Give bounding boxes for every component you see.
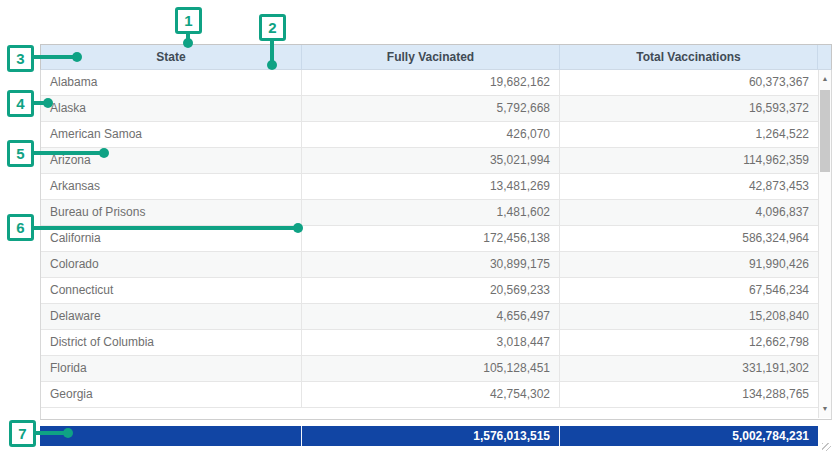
scrollbar-thumb[interactable]: [820, 90, 830, 172]
fully-vaccinated-cell: 426,070: [302, 122, 560, 148]
state-cell: Colorado: [41, 252, 302, 278]
fully-vaccinated-cell: 19,682,162: [302, 70, 560, 96]
total-vaccinations-cell: 4,096,837: [560, 200, 818, 226]
totals-fully-vaccinated-cell: 1,576,013,515: [302, 426, 560, 446]
callout-number-badge: 4: [7, 90, 34, 117]
state-cell: Alaska: [41, 96, 302, 122]
callout-number-badge: 1: [175, 7, 202, 34]
table-row[interactable]: Florida 105,128,451 331,191,302: [41, 356, 818, 382]
state-cell: American Samoa: [41, 122, 302, 148]
table-row[interactable]: Alabama 19,682,162 60,373,367: [41, 70, 818, 96]
table-row[interactable]: Bureau of Prisons 1,481,602 4,096,837: [41, 200, 818, 226]
fully-vaccinated-cell: 3,018,447: [302, 330, 560, 356]
total-vaccinations-cell: 42,873,453: [560, 174, 818, 200]
table-row[interactable]: Alaska 5,792,668 16,593,372: [41, 96, 818, 122]
callout-dot: [99, 148, 109, 158]
table-row[interactable]: Arizona 35,021,994 114,962,359: [41, 148, 818, 174]
table-row[interactable]: District of Columbia 3,018,447 12,662,79…: [41, 330, 818, 356]
callout-connector-line: [34, 226, 298, 230]
scroll-down-button[interactable]: ▼: [819, 402, 831, 416]
callout-number-badge: 3: [7, 45, 34, 72]
table-row[interactable]: American Samoa 426,070 1,264,522: [41, 122, 818, 148]
state-cell: Florida: [41, 356, 302, 382]
table-row[interactable]: Connecticut 20,569,233 67,546,234: [41, 278, 818, 304]
callout-dot: [63, 428, 73, 438]
fully-vaccinated-cell: 4,656,497: [302, 304, 560, 330]
total-vaccinations-cell: 67,546,234: [560, 278, 818, 304]
fully-vaccinated-cell: 35,021,994: [302, 148, 560, 174]
state-cell: District of Columbia: [41, 330, 302, 356]
header-scrollbar-cap: [818, 45, 831, 69]
total-vaccinations-cell: 331,191,302: [560, 356, 818, 382]
callout-number-badge: 5: [7, 140, 34, 167]
totals-row: 1,576,013,515 5,002,784,231: [40, 426, 818, 446]
state-cell: Bureau of Prisons: [41, 200, 302, 226]
total-vaccinations-cell: 586,324,964: [560, 226, 818, 252]
fully-vaccinated-cell: 30,899,175: [302, 252, 560, 278]
fully-vaccinated-cell: 105,128,451: [302, 356, 560, 382]
total-vaccinations-cell: 60,373,367: [560, 70, 818, 96]
callout-dot: [43, 98, 53, 108]
callout-number-badge: 6: [7, 214, 34, 241]
totals-total-vaccinations-cell: 5,002,784,231: [560, 426, 818, 446]
table-row[interactable]: Delaware 4,656,497 15,208,840: [41, 304, 818, 330]
table-header-row: State Fully Vacinated Total Vaccinations: [40, 44, 832, 70]
state-cell: Connecticut: [41, 278, 302, 304]
column-header-total-vaccinations[interactable]: Total Vaccinations: [560, 45, 818, 69]
callout-dot: [183, 38, 193, 48]
callout-dot: [72, 52, 82, 62]
callout-dot: [293, 223, 303, 233]
state-cell: Delaware: [41, 304, 302, 330]
callout-number-badge: 2: [259, 14, 286, 41]
chevron-down-icon: ▼: [822, 405, 829, 412]
state-cell: Arkansas: [41, 174, 302, 200]
table-row[interactable]: Colorado 30,899,175 91,990,426: [41, 252, 818, 278]
fully-vaccinated-cell: 5,792,668: [302, 96, 560, 122]
vaccination-data-table-screen: State Fully Vacinated Total Vaccinations…: [0, 0, 833, 453]
partial-row: [41, 408, 831, 419]
fully-vaccinated-cell: 20,569,233: [302, 278, 560, 304]
state-cell: Georgia: [41, 382, 302, 408]
total-vaccinations-cell: 12,662,798: [560, 330, 818, 356]
state-cell: Alabama: [41, 70, 302, 96]
table-row[interactable]: Arkansas 13,481,269 42,873,453: [41, 174, 818, 200]
vertical-scrollbar[interactable]: ▲ ▼: [818, 70, 831, 418]
chevron-up-icon: ▲: [822, 75, 829, 82]
fully-vaccinated-cell: 172,456,138: [302, 226, 560, 252]
totals-state-cell: [40, 426, 302, 446]
fully-vaccinated-cell: 42,754,302: [302, 382, 560, 408]
resize-grip-icon: [822, 443, 831, 451]
table-body: Alabama 19,682,162 60,373,367 Alaska 5,7…: [40, 70, 832, 420]
fully-vaccinated-cell: 1,481,602: [302, 200, 560, 226]
callout-dot: [267, 60, 277, 70]
callout-connector-line: [34, 55, 77, 59]
total-vaccinations-cell: 134,288,765: [560, 382, 818, 408]
total-vaccinations-cell: 91,990,426: [560, 252, 818, 278]
total-vaccinations-cell: 16,593,372: [560, 96, 818, 122]
column-header-fully-vaccinated[interactable]: Fully Vacinated: [302, 45, 560, 69]
scroll-up-button[interactable]: ▲: [819, 72, 831, 86]
table-row[interactable]: Georgia 42,754,302 134,288,765: [41, 382, 818, 408]
total-vaccinations-cell: 114,962,359: [560, 148, 818, 174]
callout-connector-line: [34, 151, 104, 155]
total-vaccinations-cell: 1,264,522: [560, 122, 818, 148]
total-vaccinations-cell: 15,208,840: [560, 304, 818, 330]
callout-number-badge: 7: [9, 420, 36, 447]
fully-vaccinated-cell: 13,481,269: [302, 174, 560, 200]
